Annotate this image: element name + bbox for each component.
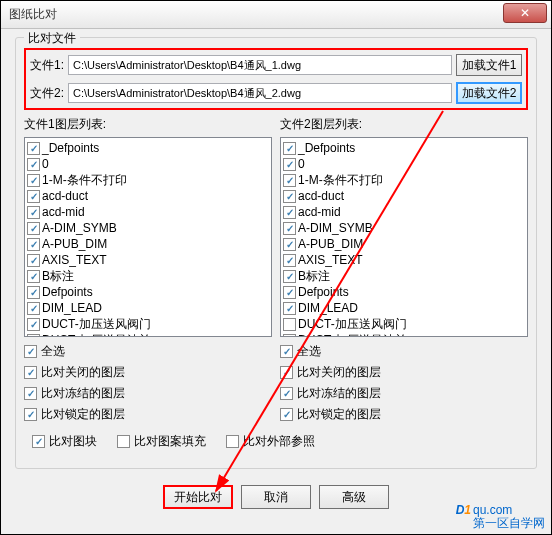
checkbox-icon[interactable]	[27, 318, 40, 331]
layer-item[interactable]: B标注	[27, 268, 269, 284]
layer-item[interactable]: AXIS_TEXT	[27, 252, 269, 268]
checkbox-icon[interactable]	[27, 190, 40, 203]
cancel-button[interactable]: 取消	[241, 485, 311, 509]
advanced-button[interactable]: 高级	[319, 485, 389, 509]
layer-item[interactable]: 1-M-条件不打印	[283, 172, 525, 188]
checkbox-icon[interactable]	[283, 158, 296, 171]
layer-name: _Defpoints	[42, 141, 99, 155]
layer-name: 1-M-条件不打印	[298, 172, 383, 189]
layer-item[interactable]: DIM_LEAD	[283, 300, 525, 316]
list1-column: 文件1图层列表: _Defpoints01-M-条件不打印acd-ductacd…	[24, 116, 272, 427]
file2-layer-list[interactable]: _Defpoints01-M-条件不打印acd-ductacd-midA-DIM…	[280, 137, 528, 337]
checkbox-icon[interactable]	[27, 238, 40, 251]
compare-hatch-label: 比对图案填充	[134, 433, 206, 450]
checkbox-icon[interactable]	[283, 302, 296, 315]
start-compare-button[interactable]: 开始比对	[163, 485, 233, 509]
checkbox-icon[interactable]	[280, 345, 293, 358]
layer-item[interactable]: A-PUB_DIM	[27, 236, 269, 252]
checkbox-icon[interactable]	[226, 435, 239, 448]
layer-name: DUCT-加压送风阀门	[42, 316, 151, 333]
file-selection-highlight: 文件1: 加载文件1 文件2: 加载文件2	[24, 48, 528, 110]
checkbox-icon[interactable]	[24, 366, 37, 379]
checkbox-icon[interactable]	[283, 238, 296, 251]
checkbox-icon[interactable]	[283, 190, 296, 203]
close-icon: ✕	[520, 6, 530, 20]
checkbox-icon[interactable]	[27, 286, 40, 299]
list2-label: 文件2图层列表:	[280, 116, 528, 133]
layer-item[interactable]: DUCT-加压送风阀门	[283, 316, 525, 332]
layer-name: A-DIM_SYMB	[298, 221, 373, 235]
layer-item[interactable]: DIM_LEAD	[27, 300, 269, 316]
checkbox-icon[interactable]	[27, 254, 40, 267]
layer-item[interactable]: _Defpoints	[27, 140, 269, 156]
select-all-label: 全选	[297, 343, 321, 360]
checkbox-icon[interactable]	[283, 318, 296, 331]
file1-layer-list[interactable]: _Defpoints01-M-条件不打印acd-ductacd-midA-DIM…	[24, 137, 272, 337]
layer-item[interactable]: A-DIM_SYMB	[283, 220, 525, 236]
layer-name: DUCT-加压送风阀门	[298, 316, 407, 333]
layer-item[interactable]: Defpoints	[27, 284, 269, 300]
layer-item[interactable]: acd-duct	[27, 188, 269, 204]
layer-item[interactable]: Defpoints	[283, 284, 525, 300]
checkbox-icon[interactable]	[27, 142, 40, 155]
layer-item[interactable]: 0	[27, 156, 269, 172]
layer-item[interactable]: 0	[283, 156, 525, 172]
checkbox-icon[interactable]	[283, 222, 296, 235]
layer-name: 1-M-条件不打印	[42, 172, 127, 189]
checkbox-icon[interactable]	[283, 286, 296, 299]
checkbox-icon[interactable]	[280, 408, 293, 421]
frozen-layers-label: 比对冻结的图层	[297, 385, 381, 402]
checkbox-icon[interactable]	[27, 334, 40, 338]
compare-xref-label: 比对外部参照	[243, 433, 315, 450]
checkbox-icon[interactable]	[32, 435, 45, 448]
checkbox-icon[interactable]	[283, 174, 296, 187]
checkbox-icon[interactable]	[24, 387, 37, 400]
checkbox-icon[interactable]	[24, 345, 37, 358]
layer-item[interactable]: DUCT-加压送风法兰	[27, 332, 269, 337]
layer-item[interactable]: DUCT-加压送风法兰	[283, 332, 525, 337]
checkbox-icon[interactable]	[27, 206, 40, 219]
load-file1-button[interactable]: 加载文件1	[456, 54, 522, 76]
compare-block-label: 比对图块	[49, 433, 97, 450]
checkbox-icon[interactable]	[283, 270, 296, 283]
layer-item[interactable]: DUCT-加压送风阀门	[27, 316, 269, 332]
layer-item[interactable]: A-DIM_SYMB	[27, 220, 269, 236]
layer-name: DIM_LEAD	[42, 301, 102, 315]
checkbox-icon[interactable]	[27, 174, 40, 187]
checkbox-icon[interactable]	[280, 366, 293, 379]
layer-name: A-PUB_DIM	[42, 237, 107, 251]
layer-name: B标注	[298, 268, 330, 285]
layer-name: A-DIM_SYMB	[42, 221, 117, 235]
layer-item[interactable]: _Defpoints	[283, 140, 525, 156]
file2-path-input[interactable]	[68, 83, 452, 103]
list1-label: 文件1图层列表:	[24, 116, 272, 133]
titlebar: 图纸比对 ✕	[1, 1, 551, 29]
dialog-window: 图纸比对 ✕ 比对文件 文件1: 加载文件1 文件2: 加载文件2	[0, 0, 552, 535]
layer-item[interactable]: acd-duct	[283, 188, 525, 204]
checkbox-icon[interactable]	[27, 270, 40, 283]
file1-path-input[interactable]	[68, 55, 452, 75]
checkbox-icon[interactable]	[27, 222, 40, 235]
layer-item[interactable]: acd-mid	[283, 204, 525, 220]
layer-item[interactable]: AXIS_TEXT	[283, 252, 525, 268]
checkbox-icon[interactable]	[283, 142, 296, 155]
close-button[interactable]: ✕	[503, 3, 547, 23]
checkbox-icon[interactable]	[280, 387, 293, 400]
checkbox-icon[interactable]	[27, 302, 40, 315]
layer-item[interactable]: B标注	[283, 268, 525, 284]
checkbox-icon[interactable]	[24, 408, 37, 421]
load-file2-button[interactable]: 加载文件2	[456, 82, 522, 104]
checkbox-icon[interactable]	[283, 254, 296, 267]
closed-layers-label: 比对关闭的图层	[297, 364, 381, 381]
checkbox-icon[interactable]	[283, 206, 296, 219]
window-title: 图纸比对	[9, 6, 57, 23]
list1-options: 全选 比对关闭的图层 比对冻结的图层 比对锁定的图层	[24, 343, 272, 423]
checkbox-icon[interactable]	[117, 435, 130, 448]
checkbox-icon[interactable]	[27, 158, 40, 171]
layer-item[interactable]: acd-mid	[27, 204, 269, 220]
content-area: 比对文件 文件1: 加载文件1 文件2: 加载文件2 文件1图层列表: _Def…	[1, 29, 551, 525]
layer-item[interactable]: A-PUB_DIM	[283, 236, 525, 252]
checkbox-icon[interactable]	[283, 334, 296, 338]
layer-name: acd-duct	[42, 189, 88, 203]
layer-item[interactable]: 1-M-条件不打印	[27, 172, 269, 188]
